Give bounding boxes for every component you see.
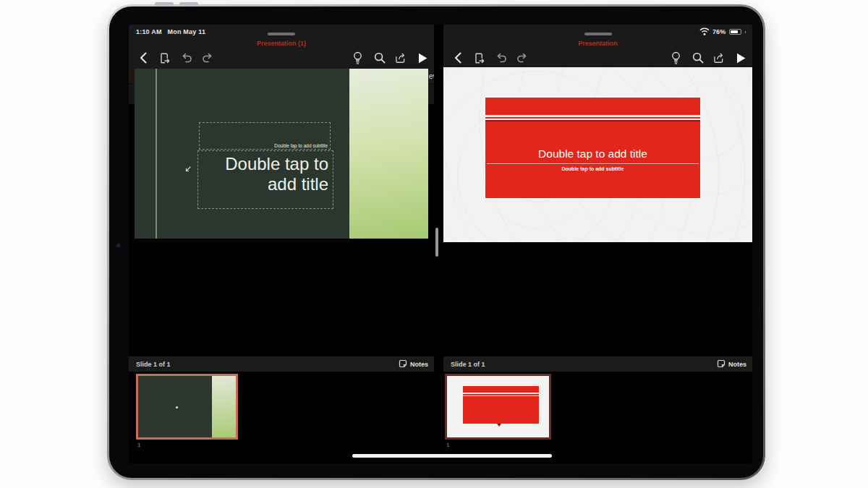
slide-footer-bar: Slide 1 of 1 Notes [443,356,752,372]
thumbnail-green-band [212,376,236,437]
back-icon[interactable] [137,50,149,66]
play-icon[interactable] [417,50,429,66]
battery-percent: 76% [712,28,726,35]
ideas-lightbulb-icon[interactable] [352,50,364,66]
thumbnail-cursor-dot [176,406,178,408]
export-icon[interactable] [158,50,171,66]
thumbnail-number: 1 [446,442,449,448]
slide-editor-green-theme[interactable]: Double tap to add subtitle Double tap to… [135,69,428,239]
powerpoint-window-left: 1:10 AM Mon May 11 Presentation (1) [129,25,434,463]
notes-icon [399,359,407,369]
slide-editor-red-theme[interactable]: Double tap to add title Double tap to ad… [443,67,752,242]
slide-thumbnail-selected[interactable] [136,374,238,440]
top-toolbar [129,48,434,67]
slide-footer-bar: Slide 1 of 1 Notes [129,356,434,372]
redo-icon[interactable] [202,50,214,66]
window-drag-handle[interactable] [268,33,295,35]
document-title: Presentation (1) [129,40,434,47]
slide-accent-line [156,69,157,239]
subtitle-placeholder-box[interactable]: Double tap to add subtitle [199,122,331,150]
thumbnail-strip: 1 [443,372,752,463]
slide-red-top-bar [485,98,700,115]
title-placeholder-box[interactable]: Double tap to add title Double tap to ad… [485,120,700,198]
undo-icon[interactable] [180,50,192,66]
thumbnail-strip: 1 [129,372,434,463]
callout-tail [550,144,563,153]
redo-icon[interactable] [516,50,529,66]
thumbnail-slide-preview [447,376,549,437]
powerpoint-window-right: 76% Presentation [443,25,752,463]
back-icon[interactable] [451,50,464,66]
notes-label: Notes [410,361,428,368]
thumbnail-red-bar [463,386,539,393]
ipad-device-frame: 1:10 AM Mon May 11 Presentation (1) [107,4,765,480]
status-time: 1:10 AM [136,28,162,35]
thumbnail-red-line [463,394,539,395]
notes-button[interactable]: Notes [399,359,428,369]
export-icon[interactable] [473,50,485,66]
volume-up-button [155,2,174,6]
thumbnail-number: 1 [137,442,140,448]
thumbnail-red-box [463,396,539,424]
notes-label: Notes [728,361,746,368]
notes-icon [717,359,726,369]
wifi-icon [699,27,710,37]
subtitle-placeholder-text: Double tap to add subtitle [274,143,328,148]
title-subtitle-separator [487,163,699,164]
slide-red-divider-line [485,117,700,119]
status-date: Mon May 11 [168,28,206,35]
slide-count-status: Slide 1 of 1 [136,361,171,368]
thumbnail-slide-preview [138,376,236,437]
title-placeholder-text: Double tap to add title [198,154,328,194]
window-drag-handle[interactable] [584,33,612,35]
top-toolbar [443,48,752,67]
ipad-bezel: 1:10 AM Mon May 11 Presentation (1) [109,7,763,478]
subtitle-placeholder-text: Double tap to add subtitle [485,166,700,171]
front-camera [116,244,120,247]
search-icon[interactable] [692,50,704,66]
ipad-screen: 1:10 AM Mon May 11 Presentation (1) [129,25,752,463]
title-placeholder-text: Double tap to add title [485,147,700,160]
search-icon[interactable] [373,50,386,66]
slide-thumbnail-selected[interactable] [445,374,551,440]
text-cursor-icon [185,162,191,175]
ideas-lightbulb-icon[interactable] [670,50,682,66]
share-icon[interactable] [713,50,726,66]
slide-green-gradient-band [349,69,428,239]
notes-button[interactable]: Notes [717,359,746,369]
title-placeholder-box[interactable]: Double tap to add title [197,150,333,209]
split-view-divider-handle[interactable] [435,228,438,257]
volume-down-button [179,2,198,6]
desktop-background: 1:10 AM Mon May 11 Presentation (1) [0,0,868,488]
home-indicator[interactable] [352,454,552,458]
undo-icon[interactable] [495,50,507,66]
play-icon[interactable] [735,50,747,66]
battery-icon [729,29,741,35]
document-title: Presentation [443,40,752,47]
battery-tip [745,31,746,33]
thumbnail-callout-tail [497,424,501,427]
share-icon[interactable] [395,50,407,66]
slide-count-status: Slide 1 of 1 [451,361,485,368]
